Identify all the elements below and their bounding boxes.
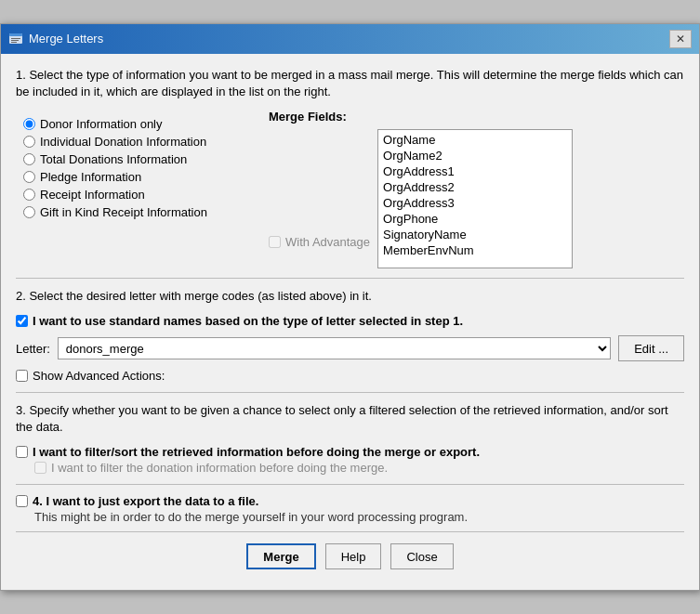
radio-individual[interactable]: Individual Donation Information bbox=[23, 135, 250, 149]
merge-fields-header: Merge Fields: bbox=[269, 110, 684, 124]
step4-description: This might be in order to do the merge y… bbox=[34, 510, 684, 524]
window-icon bbox=[8, 32, 23, 46]
step2-area: 2. Select the desired letter with merge … bbox=[16, 288, 684, 361]
letter-row: Letter: donors_merge Edit ... bbox=[16, 335, 684, 361]
radio-gift-label: Gift in Kind Receipt Information bbox=[40, 205, 207, 219]
field-orgaddress1: OrgAddress1 bbox=[380, 163, 570, 179]
divider2 bbox=[16, 392, 684, 393]
filter-bold-checkbox[interactable]: I want to filter/sort the retrieved info… bbox=[16, 445, 684, 459]
filter-dim-label: I want to filter the donation informatio… bbox=[51, 461, 388, 475]
step1-text: 1. Select the type of information you wa… bbox=[16, 67, 684, 100]
svg-rect-2 bbox=[11, 38, 20, 39]
close-dialog-button[interactable]: Close bbox=[390, 543, 453, 569]
field-signatoryname: SignatoryName bbox=[380, 227, 570, 242]
radio-group: Donor Information only Individual Donati… bbox=[16, 110, 258, 268]
export-label: 4. I want to just export the data to a f… bbox=[33, 494, 258, 508]
radio-donor-label: Donor Information only bbox=[40, 117, 163, 131]
with-advantage[interactable]: With Advantage bbox=[269, 235, 370, 249]
standard-names-checkbox[interactable]: I want to use standard names based on th… bbox=[16, 314, 684, 328]
radio-individual-label: Individual Donation Information bbox=[40, 135, 206, 149]
merge-letters-window: Merge Letters ✕ 1. Select the type of in… bbox=[0, 23, 700, 592]
merge-fields-container: With Advantage OrgName OrgName2 OrgAddre… bbox=[269, 129, 684, 268]
standard-names-label: I want to use standard names based on th… bbox=[33, 314, 463, 328]
window-title: Merge Letters bbox=[29, 32, 103, 46]
field-orgaddress3: OrgAddress3 bbox=[380, 195, 570, 211]
with-advantage-label: With Advantage bbox=[285, 235, 370, 249]
radio-gift[interactable]: Gift in Kind Receipt Information bbox=[23, 205, 250, 219]
field-memberenvnum: MemberEnvNum bbox=[380, 242, 570, 258]
radio-total[interactable]: Total Donations Information bbox=[23, 152, 250, 166]
close-button[interactable]: ✕ bbox=[669, 30, 692, 48]
spacer bbox=[269, 129, 370, 231]
merge-fields-column: Merge Fields: bbox=[269, 110, 347, 124]
radio-pledge[interactable]: Pledge Information bbox=[23, 170, 250, 184]
field-orgphone: OrgPhone bbox=[380, 211, 570, 227]
dialog-content: 1. Select the type of information you wa… bbox=[1, 54, 699, 591]
footer-buttons: Merge Help Close bbox=[16, 531, 684, 577]
edit-button[interactable]: Edit ... bbox=[618, 335, 684, 361]
merge-fields-list[interactable]: OrgName OrgName2 OrgAddress1 OrgAddress2… bbox=[377, 129, 573, 268]
field-orgname: OrgName bbox=[380, 132, 570, 148]
merge-fields-area: Merge Fields: With Advantage OrgName bbox=[269, 110, 684, 268]
radio-receipt-label: Receipt Information bbox=[40, 188, 145, 202]
merge-fields-label: Merge Fields: bbox=[269, 110, 347, 124]
help-button[interactable]: Help bbox=[325, 543, 382, 569]
step2-text: 2. Select the desired letter with merge … bbox=[16, 288, 684, 305]
step1-area: Donor Information only Individual Donati… bbox=[16, 110, 684, 268]
divider1 bbox=[16, 278, 684, 279]
step3-area: 3. Specify whether you want to be given … bbox=[16, 402, 684, 475]
radio-donor[interactable]: Donor Information only bbox=[23, 117, 250, 131]
merge-button[interactable]: Merge bbox=[246, 543, 315, 569]
radio-receipt[interactable]: Receipt Information bbox=[23, 188, 250, 202]
step4-area: 4. I want to just export the data to a f… bbox=[16, 494, 684, 524]
field-orgaddress2: OrgAddress2 bbox=[380, 179, 570, 195]
svg-rect-1 bbox=[9, 33, 22, 36]
filter-bold-label: I want to filter/sort the retrieved info… bbox=[33, 445, 480, 459]
title-bar-left: Merge Letters bbox=[8, 32, 103, 46]
show-advanced-label: Show Advanced Actions: bbox=[33, 369, 165, 383]
divider3 bbox=[16, 484, 684, 485]
merge-fields-wrapper: With Advantage bbox=[269, 129, 370, 249]
filter-dim-checkbox[interactable]: I want to filter the donation informatio… bbox=[34, 461, 684, 475]
letter-select[interactable]: donors_merge bbox=[58, 337, 611, 359]
show-advanced-checkbox[interactable]: Show Advanced Actions: bbox=[16, 369, 684, 383]
radio-total-label: Total Donations Information bbox=[40, 152, 187, 166]
title-bar: Merge Letters ✕ bbox=[1, 24, 699, 54]
svg-rect-4 bbox=[11, 42, 17, 43]
export-checkbox[interactable]: 4. I want to just export the data to a f… bbox=[16, 494, 684, 508]
svg-rect-3 bbox=[11, 40, 19, 41]
field-orgname2: OrgName2 bbox=[380, 148, 570, 163]
step3-text: 3. Specify whether you want to be given … bbox=[16, 402, 684, 436]
radio-pledge-label: Pledge Information bbox=[40, 170, 141, 184]
letter-label: Letter: bbox=[16, 342, 50, 356]
